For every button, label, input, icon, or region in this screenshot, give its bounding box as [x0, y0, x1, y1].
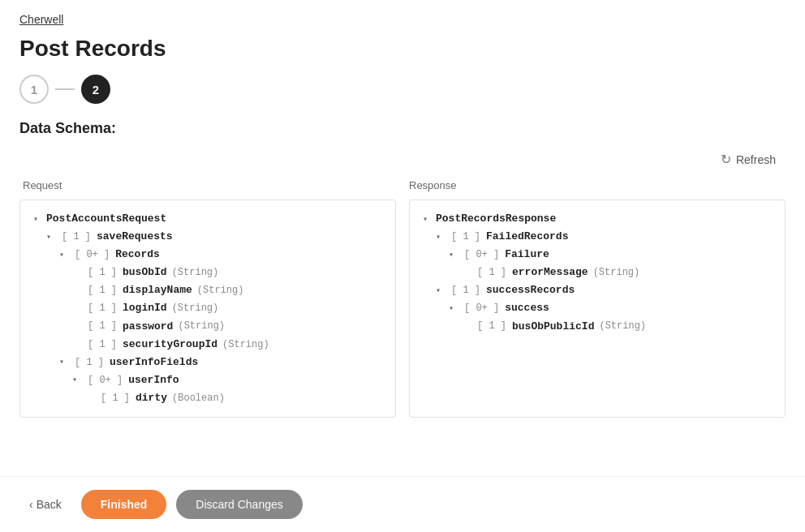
discard-button[interactable]: Discard Changes	[176, 490, 302, 519]
field-name: userInfo	[128, 371, 179, 389]
tree-row: ▾ PostAccountsRequest	[33, 210, 382, 228]
back-button[interactable]: ‹ Back	[19, 491, 71, 517]
field-name: busObId	[123, 264, 167, 281]
back-arrow-icon: ‹	[29, 498, 33, 511]
tree-row: [ 1 ] busObPublicId (String)	[462, 318, 772, 336]
tree-row: [ 1 ] password (String)	[72, 318, 382, 336]
cardinality: [ 0+ ]	[464, 247, 499, 263]
chevron-icon: ▾	[46, 230, 56, 244]
chevron-icon: ▾	[449, 302, 458, 315]
chevron-icon: ▾	[423, 212, 433, 226]
refresh-button[interactable]: ↻ Refresh	[711, 147, 786, 172]
chevron-icon: ▾	[59, 355, 69, 369]
chevron-icon: ▾	[72, 373, 82, 387]
chevron-icon: ▾	[436, 284, 446, 298]
tree-row: [ 1 ] displayName (String)	[72, 281, 382, 299]
finished-button[interactable]: Finished	[81, 490, 167, 519]
tree-row: ▾ [ 1 ] saveRequests	[46, 228, 382, 246]
refresh-icon: ↻	[721, 152, 731, 167]
step-2[interactable]: 2	[81, 75, 110, 104]
tree-row: ▾ [ 0+ ] userInfo	[72, 371, 382, 389]
cardinality: [ 1 ]	[62, 229, 91, 245]
chevron-icon: ▾	[33, 212, 43, 226]
field-name: displayName	[123, 281, 192, 299]
field-type: (String)	[178, 318, 225, 334]
response-label: Response	[406, 178, 786, 191]
tree-row: ▾ [ 0+ ] Failure	[449, 246, 772, 264]
footer: ‹ Back Finished Discard Changes	[0, 476, 805, 532]
cardinality: [ 1 ]	[477, 264, 506, 281]
cardinality: [ 1 ]	[88, 300, 117, 316]
tree-row: [ 1 ] securityGroupId (String)	[72, 336, 382, 354]
field-name: successRecords	[486, 281, 575, 299]
field-name: errorMessage	[512, 264, 588, 281]
step-connector	[55, 88, 75, 90]
cardinality: [ 1 ]	[451, 229, 480, 245]
tree-row: ▾ [ 0+ ] success	[449, 299, 772, 317]
request-panel: ▾ PostAccountsRequest ▾ [ 1 ] saveReques…	[19, 200, 396, 418]
response-panel-content: ▾ PostRecordsResponse ▾ [ 1 ] FailedReco…	[410, 200, 785, 345]
cardinality: [ 1 ]	[88, 264, 117, 281]
cardinality: [ 0+ ]	[88, 372, 123, 388]
cardinality: [ 1 ]	[88, 318, 117, 334]
cardinality: [ 0+ ]	[75, 247, 110, 263]
root-name: PostAccountsRequest	[46, 210, 166, 228]
tree-row: ▾ [ 1 ] successRecords	[436, 281, 772, 299]
tree-row: [ 1 ] loginId (String)	[72, 299, 382, 317]
field-type: (Boolean)	[172, 390, 225, 406]
chevron-icon: ▾	[59, 248, 69, 262]
page-container: Cherwell Post Records 1 2 Data Schema: ↻…	[0, 0, 805, 532]
field-type: (String)	[172, 264, 219, 281]
field-type: (String)	[222, 337, 269, 353]
top-nav: Cherwell	[0, 0, 805, 26]
field-name: userInfoFields	[110, 354, 198, 371]
field-name: dirty	[136, 389, 167, 407]
cardinality: [ 1 ]	[101, 390, 130, 406]
request-panel-content: ▾ PostAccountsRequest ▾ [ 1 ] saveReques…	[20, 200, 395, 417]
field-name: Records	[115, 246, 160, 264]
field-type: (String)	[593, 264, 640, 281]
step-1[interactable]: 1	[19, 75, 49, 104]
tree-row: ▾ [ 1 ] userInfoFields	[59, 354, 382, 371]
tree-row: [ 1 ] busObId (String)	[72, 264, 382, 281]
cardinality: [ 1 ]	[477, 318, 506, 334]
chevron-icon: ▾	[436, 230, 446, 244]
field-type: (String)	[172, 300, 219, 316]
stepper: 1 2	[0, 75, 805, 120]
field-name: saveRequests	[97, 228, 173, 246]
schema-panels: ▾ PostAccountsRequest ▾ [ 1 ] saveReques…	[19, 200, 786, 418]
cardinality: [ 1 ]	[88, 337, 117, 353]
cardinality: [ 0+ ]	[464, 300, 499, 316]
tree-row: [ 1 ] dirty (Boolean)	[85, 389, 382, 407]
field-name: loginId	[123, 299, 167, 317]
tree-row: ▾ [ 1 ] FailedRecords	[436, 228, 772, 246]
field-name: securityGroupId	[123, 336, 217, 354]
field-name: busObPublicId	[512, 318, 594, 336]
root-name: PostRecordsResponse	[436, 210, 556, 228]
section-label: Data Schema:	[0, 120, 805, 147]
refresh-row: ↻ Refresh	[19, 147, 786, 172]
tree-row: ▾ PostRecordsResponse	[423, 210, 772, 228]
field-name: Failure	[505, 246, 549, 264]
schema-area: ↻ Refresh Request Response ▾ PostAccount…	[0, 147, 805, 476]
tree-row: [ 1 ] errorMessage (String)	[462, 264, 772, 281]
field-name: success	[505, 299, 549, 317]
field-name: FailedRecords	[486, 228, 568, 246]
field-name: password	[123, 318, 173, 336]
field-type: (String)	[197, 282, 244, 298]
cardinality: [ 1 ]	[75, 354, 104, 371]
page-title: Post Records	[0, 26, 805, 75]
cardinality: [ 1 ]	[451, 282, 480, 298]
response-panel: ▾ PostRecordsResponse ▾ [ 1 ] FailedReco…	[409, 200, 786, 418]
cardinality: [ 1 ]	[88, 282, 117, 298]
request-label: Request	[19, 178, 399, 191]
chevron-icon: ▾	[449, 248, 458, 262]
field-type: (String)	[599, 318, 646, 334]
breadcrumb-link[interactable]: Cherwell	[19, 13, 63, 26]
tree-row: ▾ [ 0+ ] Records	[59, 246, 382, 264]
